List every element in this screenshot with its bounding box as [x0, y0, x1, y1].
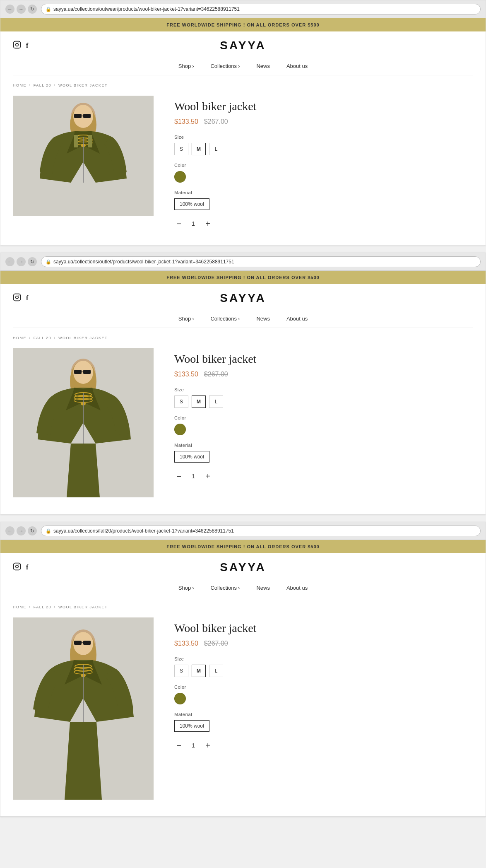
size-s-2[interactable]: S: [174, 395, 188, 408]
nav-news-2[interactable]: News: [256, 316, 270, 322]
qty-value-1: 1: [189, 220, 197, 227]
instagram-icon[interactable]: [13, 41, 21, 51]
nav-about-3[interactable]: About us: [286, 585, 308, 591]
price-sale-1: $133.50: [174, 118, 198, 125]
color-options-1: [174, 171, 473, 183]
announcement-bar-2: FREE WORLDWIDE SHIPPING ! ON ALL ORDERS …: [0, 271, 486, 284]
jacket-svg-2: [13, 348, 154, 497]
announcement-bar-3: FREE WORLDWIDE SHIPPING ! ON ALL ORDERS …: [0, 540, 486, 553]
back-button-2[interactable]: ←: [5, 257, 14, 266]
qty-minus-3[interactable]: −: [174, 741, 183, 750]
address-bar-2[interactable]: 🔒 sayya.ua/collections/outlet/products/w…: [41, 256, 481, 267]
size-label-2: Size: [174, 387, 473, 392]
forward-button-3[interactable]: →: [17, 526, 26, 535]
address-bar-1[interactable]: 🔒 sayya.ua/collections/outwear/products/…: [41, 4, 481, 14]
jacket-svg-3: [13, 617, 154, 800]
price-original-2: $267.00: [204, 371, 228, 378]
chevron-icon-2b: ›: [238, 316, 240, 322]
address-bar-3[interactable]: 🔒 sayya.ua/collections/fall20/products/w…: [41, 526, 481, 536]
color-options-3: [174, 693, 473, 704]
site-logo-1: SAYYA: [220, 39, 266, 52]
material-btn-2[interactable]: 100% wool: [174, 451, 209, 463]
product-section-3: Wool biker jacket $133.50 $267.00 Size S…: [0, 613, 486, 816]
forward-button[interactable]: →: [17, 5, 26, 14]
refresh-button-2[interactable]: ↻: [28, 257, 37, 266]
svg-rect-24: [74, 370, 82, 374]
forward-button-2[interactable]: →: [17, 257, 26, 266]
color-swatch-1[interactable]: [174, 171, 186, 183]
material-options-2: 100% wool: [174, 451, 473, 463]
product-title-1: Wool biker jacket: [174, 100, 473, 113]
nav-shop-1[interactable]: Shop ›: [178, 63, 194, 69]
jacket-svg-1: [13, 96, 154, 216]
svg-rect-17: [14, 294, 21, 301]
size-s-3[interactable]: S: [174, 665, 188, 677]
facebook-icon[interactable]: f: [26, 42, 28, 49]
svg-rect-25: [83, 370, 91, 374]
url-text-1: sayya.ua/collections/outwear/products/wo…: [53, 6, 240, 12]
svg-rect-32: [14, 563, 21, 570]
price-original-3: $267.00: [204, 640, 228, 647]
site-logo-3: SAYYA: [220, 561, 266, 574]
qty-value-2: 1: [189, 473, 197, 480]
size-m-3[interactable]: M: [192, 665, 206, 677]
svg-point-18: [16, 296, 19, 299]
size-l-2[interactable]: L: [209, 395, 223, 408]
product-section-2: Wool biker jacket $133.50 $267.00 Size S…: [0, 344, 486, 514]
size-m-1[interactable]: M: [192, 143, 206, 155]
nav-shop-3[interactable]: Shop ›: [178, 585, 194, 591]
size-options-1: S M L: [174, 143, 473, 155]
qty-plus-1[interactable]: +: [203, 219, 212, 228]
header-top-3: f SAYYA: [13, 561, 473, 574]
site-nav-1: Shop › Collections › News About us: [13, 59, 473, 75]
color-label-2: Color: [174, 415, 473, 420]
material-label-2: Material: [174, 443, 473, 448]
color-swatch-2[interactable]: [174, 424, 186, 435]
material-btn-1[interactable]: 100% wool: [174, 198, 209, 210]
material-btn-3[interactable]: 100% wool: [174, 720, 209, 732]
header-top-2: f SAYYA: [13, 292, 473, 305]
product-prices-3: $133.50 $267.00: [174, 640, 473, 647]
nav-about-1[interactable]: About us: [286, 63, 308, 69]
quantity-control-1: − 1 +: [174, 219, 473, 228]
facebook-icon-3[interactable]: f: [26, 564, 28, 571]
size-l-3[interactable]: L: [209, 665, 223, 677]
nav-shop-2[interactable]: Shop ›: [178, 316, 194, 322]
size-options-2: S M L: [174, 395, 473, 408]
social-icons-1: f: [13, 41, 28, 51]
instagram-icon-3[interactable]: [13, 562, 21, 573]
nav-news-1[interactable]: News: [256, 63, 270, 69]
color-swatch-3[interactable]: [174, 693, 186, 704]
svg-point-19: [19, 295, 19, 296]
browser-window-1: ← → ↻ 🔒 sayya.ua/collections/outwear/pro…: [0, 0, 486, 245]
size-m-2[interactable]: M: [192, 395, 206, 408]
qty-minus-1[interactable]: −: [174, 219, 183, 228]
qty-value-3: 1: [189, 742, 197, 749]
breadcrumb-sep-2: ›: [29, 335, 31, 340]
instagram-icon-2[interactable]: [13, 293, 21, 304]
back-button-3[interactable]: ←: [5, 526, 14, 535]
svg-rect-7: [74, 114, 82, 118]
qty-plus-3[interactable]: +: [203, 741, 212, 750]
refresh-button[interactable]: ↻: [28, 5, 37, 14]
browser-chrome-3: ← → ↻ 🔒 sayya.ua/collections/fall20/prod…: [0, 522, 486, 540]
facebook-icon-2[interactable]: f: [26, 294, 28, 302]
chevron-icon-2: ›: [192, 316, 194, 322]
refresh-button-3[interactable]: ↻: [28, 526, 37, 535]
nav-about-2[interactable]: About us: [286, 316, 308, 322]
svg-point-2: [19, 42, 19, 43]
qty-plus-2[interactable]: +: [203, 472, 212, 481]
product-image-3: [13, 617, 154, 800]
material-label-3: Material: [174, 712, 473, 717]
nav-collections-3[interactable]: Collections ›: [210, 585, 240, 591]
material-options-3: 100% wool: [174, 720, 473, 732]
nav-news-3[interactable]: News: [256, 585, 270, 591]
nav-collections-1[interactable]: Collections ›: [210, 63, 240, 69]
qty-minus-2[interactable]: −: [174, 472, 183, 481]
breadcrumb-2: HOME › FALL'20 › WOOL BIKER JACKET: [0, 328, 486, 344]
nav-collections-2[interactable]: Collections ›: [210, 316, 240, 322]
size-s-1[interactable]: S: [174, 143, 188, 155]
breadcrumb-1: HOME › FALL'20 › WOOL BIKER JACKET: [0, 75, 486, 92]
size-l-1[interactable]: L: [209, 143, 223, 155]
back-button[interactable]: ←: [5, 5, 14, 14]
